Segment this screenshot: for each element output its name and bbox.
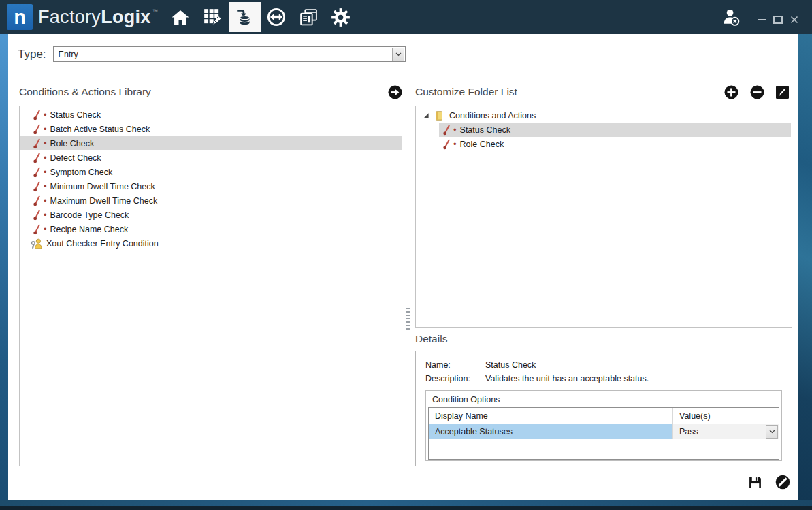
list-item-label: Symptom Check xyxy=(50,168,113,177)
library-title: Conditions & Actions Library xyxy=(19,86,151,98)
add-button[interactable] xyxy=(724,85,738,99)
list-item-label: Recipe Name Check xyxy=(50,225,129,234)
type-select[interactable]: Entry xyxy=(53,46,406,62)
list-item[interactable]: • Status Check xyxy=(20,108,402,122)
condition-pin-icon xyxy=(33,153,41,163)
logo-letter: n xyxy=(14,7,26,27)
save-floppy-icon xyxy=(748,475,762,490)
list-item[interactable]: • Barcode Type Check xyxy=(20,208,402,222)
option-value: Pass xyxy=(679,427,698,436)
tree-root-node[interactable]: Conditions and Actions xyxy=(416,108,792,123)
value-dropdown-button[interactable] xyxy=(766,425,778,439)
condition-pin-icon xyxy=(33,195,41,206)
folder-panel: Customize Folder List xyxy=(415,83,792,490)
folder-icon xyxy=(434,111,444,121)
detail-name-row: Name: Status Check xyxy=(425,358,782,372)
logout-user-button[interactable] xyxy=(721,7,741,27)
option-value-cell[interactable]: Pass xyxy=(672,424,779,439)
footer-actions xyxy=(415,475,792,490)
bullet-icon: • xyxy=(44,153,47,162)
main-nav xyxy=(165,0,357,34)
arrow-right-icon xyxy=(388,85,402,99)
close-icon xyxy=(790,16,798,24)
list-item[interactable]: • Maximum Dwell Time Check xyxy=(20,193,402,208)
splitter-handle[interactable] xyxy=(406,308,410,331)
tree-root-label: Conditions and Actions xyxy=(449,111,536,121)
type-row: Type: Entry xyxy=(18,46,406,62)
table-header: Display Name Value(s) xyxy=(429,408,779,424)
database-import-icon xyxy=(235,7,254,27)
folder-list-title: Customize Folder List xyxy=(415,86,517,98)
bullet-icon: • xyxy=(44,225,47,234)
list-item[interactable]: • Batch Active Status Check xyxy=(20,122,402,136)
save-button[interactable] xyxy=(748,475,762,490)
user-x-icon xyxy=(721,7,741,27)
tree-item[interactable]: • Status Check xyxy=(439,123,791,137)
bullet-icon: • xyxy=(44,110,47,119)
library-list[interactable]: • Status Check • Batch Active Status Che… xyxy=(19,106,402,466)
list-item[interactable]: • Minimum Dwell Time Check xyxy=(20,179,402,193)
titlebar-right xyxy=(721,0,812,34)
chevron-down-icon xyxy=(769,430,775,434)
folder-list-header: Customize Folder List xyxy=(415,83,792,101)
app-logo: n xyxy=(7,4,33,30)
description-label: Description: xyxy=(425,374,485,383)
list-item-label: Barcode Type Check xyxy=(50,210,129,220)
cancel-slash-icon xyxy=(775,475,790,490)
window-frame-left xyxy=(0,34,8,500)
window-frame-bottom xyxy=(0,500,812,506)
process-editor-nav-button[interactable] xyxy=(197,2,229,32)
bullet-icon: • xyxy=(44,168,47,176)
move-to-folder-button[interactable] xyxy=(388,85,402,99)
folder-list-actions xyxy=(724,85,792,99)
library-panel: Conditions & Actions Library • Status Ch… xyxy=(19,83,402,466)
name-value: Status Check xyxy=(485,360,536,370)
list-item[interactable]: • Recipe Name Check xyxy=(20,222,402,236)
home-icon xyxy=(171,9,190,26)
remove-button[interactable] xyxy=(750,85,764,99)
sync-arrows-icon xyxy=(267,7,286,27)
bullet-icon: • xyxy=(44,210,47,219)
condition-pin-icon xyxy=(33,181,41,192)
list-item[interactable]: • Symptom Check xyxy=(20,165,402,179)
list-item[interactable]: • Defect Check xyxy=(20,150,402,165)
list-item-label: Maximum Dwell Time Check xyxy=(50,196,158,206)
type-select-dropdown-button[interactable] xyxy=(392,48,404,61)
settings-nav-button[interactable] xyxy=(325,2,357,32)
plus-circle-icon xyxy=(724,85,738,99)
person-wrench-icon xyxy=(31,238,43,249)
documents-icon xyxy=(299,8,319,27)
maximize-icon xyxy=(773,16,783,24)
description-value: Validates the unit has an acceptable sta… xyxy=(485,374,649,383)
library-nav-button[interactable] xyxy=(229,2,261,32)
options-table-body: Acceptable Statuses Pass xyxy=(429,424,779,439)
tree-children: • Status Check • Role Check xyxy=(416,123,792,151)
condition-pin-icon xyxy=(33,210,41,221)
transfer-nav-button[interactable] xyxy=(261,2,293,32)
library-header: Conditions & Actions Library xyxy=(19,83,402,101)
documents-nav-button[interactable] xyxy=(293,2,325,32)
condition-options-table: Display Name Value(s) Acceptable Statuse… xyxy=(428,407,779,460)
option-display-name: Acceptable Statuses xyxy=(429,424,672,439)
condition-options-title: Condition Options xyxy=(428,393,779,407)
maximize-button[interactable] xyxy=(770,11,786,29)
bullet-icon: • xyxy=(453,140,457,148)
home-nav-button[interactable] xyxy=(165,2,197,32)
minimize-button[interactable] xyxy=(753,11,770,29)
list-item[interactable]: Xout Checker Entry Condition xyxy=(20,236,402,251)
details-title: Details xyxy=(415,333,792,347)
edit-button[interactable] xyxy=(776,86,789,99)
pencil-square-icon xyxy=(776,86,789,99)
bullet-icon: • xyxy=(44,182,47,191)
tree-item[interactable]: • Role Check xyxy=(439,137,791,151)
bullet-icon: • xyxy=(44,196,47,205)
condition-pin-icon xyxy=(33,124,41,135)
detail-description-row: Description: Validates the unit has an a… xyxy=(425,372,782,385)
cancel-button[interactable] xyxy=(775,475,790,490)
close-button[interactable] xyxy=(786,11,802,29)
option-table-row[interactable]: Acceptable Statuses Pass xyxy=(429,424,779,439)
grid-pencil-icon xyxy=(203,7,222,27)
minimize-icon xyxy=(758,19,766,20)
list-item-label: Defect Check xyxy=(50,153,101,163)
list-item[interactable]: • Role Check xyxy=(20,136,402,150)
